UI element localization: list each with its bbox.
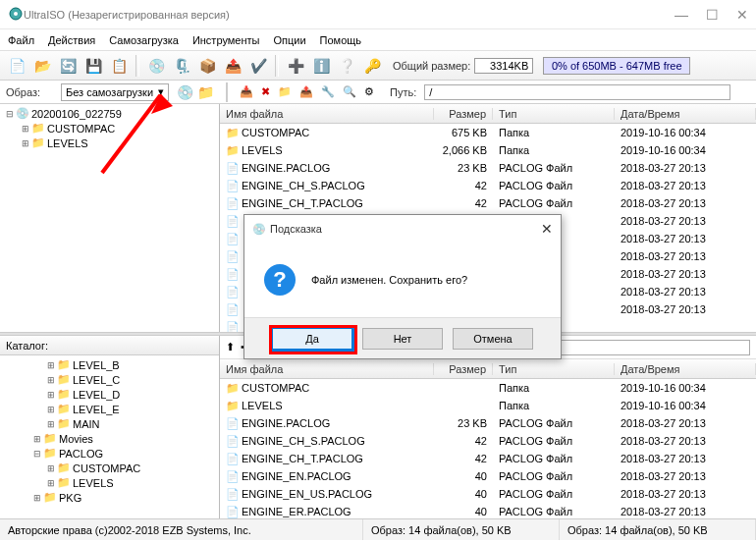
info-button[interactable]: ℹ️ [310,55,332,77]
file-name: ENGINE_EN_US.PACLOG [242,488,372,500]
expand-icon[interactable]: ⊞ [47,390,55,400]
dialog-yes-button[interactable]: Да [272,328,352,350]
list-row[interactable]: 📄ENGINE_EN_US.PACLOG40PACLOG Файл2018-03… [220,485,756,503]
open-button[interactable]: 📂 [31,55,53,77]
settings-icon[interactable]: ⚙ [364,85,374,98]
new-button[interactable]: 📄 [6,55,27,77]
expand-icon[interactable]: ⊞ [47,405,55,414]
menu-options[interactable]: Опции [273,34,305,46]
new-folder-icon[interactable]: 📁 [278,85,292,98]
tree-item[interactable]: ⊞📁LEVEL_E [2,402,217,416]
list-row[interactable]: 📄ENGINE.PACLOG23 KBPACLOG Файл2018-03-27… [220,159,756,177]
list-row[interactable]: 📄ENGINE_CH_T.PACLOG42PACLOG Файл2018-03-… [220,194,756,212]
local-tree[interactable]: ⊞📁LEVEL_B⊞📁LEVEL_C⊞📁LEVEL_D⊞📁LEVEL_E⊞📁MA… [0,355,219,518]
list-row[interactable]: 📄ENGINE_CH_S.PACLOG42PACLOG Файл2018-03-… [220,177,756,194]
expand-icon[interactable]: ⊟ [33,449,41,459]
file-date: 2018-03-27 20:13 [615,286,756,298]
tree-item[interactable]: ⊞📁LEVEL_D [2,387,217,402]
expand-icon[interactable]: ⊞ [33,493,41,503]
checksum-button[interactable]: ✔️ [247,55,269,77]
view-icon[interactable]: 🔍 [343,85,356,98]
burn-button[interactable]: 💿 [145,55,167,77]
tree-item[interactable]: ⊞📁CUSTOMPAC [2,121,217,136]
expand-icon[interactable]: ⊞ [22,138,29,148]
expand-icon[interactable]: ⊞ [47,375,55,385]
list-row[interactable]: 📄ENGINE.PACLOG23 KBPACLOG Файл2018-03-27… [220,414,756,432]
tree-item[interactable]: ⊞📁Movies [2,431,217,446]
total-size-value[interactable] [474,58,533,74]
tree-label: LEVELS [47,137,88,149]
expand-icon[interactable]: ⊞ [47,360,55,370]
compress-button[interactable]: 📦 [196,55,218,77]
save-prompt-dialog: 💿 Подсказка ✕ ? Файл изменен. Сохранить … [243,214,562,359]
reload-button[interactable]: 🔄 [57,55,79,77]
boot-type-dropdown[interactable]: Без самозагрузки ▾ [61,83,169,101]
maximize-button[interactable]: ☐ [706,7,719,23]
col-date[interactable]: Дата/Время [615,108,756,120]
col-size[interactable]: Размер [434,108,493,120]
list-row[interactable]: 📁CUSTOMPAC675 KBПапка2019-10-16 00:34 [220,124,756,141]
add-button[interactable]: ➕ [285,55,306,77]
file-icon: 📄 [226,250,240,262]
tree-item[interactable]: ⊟📁PACLOG [2,446,217,461]
tree-item[interactable]: ⊞📁PKG [2,490,217,505]
dialog-cancel-button[interactable]: Отмена [453,328,533,350]
col-name[interactable]: Имя файла [220,108,434,120]
file-size: 42 [434,180,493,191]
close-button[interactable]: ✕ [736,7,748,23]
image-tree[interactable]: ⊟💿20200106_022759⊞📁CUSTOMPAC⊞📁LEVELS [0,104,220,332]
expand-icon[interactable]: ⊞ [47,419,55,429]
expand-icon[interactable]: ⊞ [47,463,55,473]
expand-icon[interactable]: ⊞ [33,434,41,444]
up-icon[interactable]: ⬆ [226,341,235,353]
minimize-button[interactable]: — [675,7,688,23]
tree-item[interactable]: ⊞📁LEVEL_C [2,372,217,387]
mount-button[interactable]: 🗜️ [171,55,192,77]
capacity-bar[interactable]: 0% of 650MB - 647MB free [543,57,690,75]
folder-icon[interactable]: 📁 [197,84,214,100]
save-button[interactable]: 💾 [82,55,104,77]
tree-item[interactable]: ⊞📁LEVEL_B [2,357,217,372]
list-row[interactable]: 📄ENGINE_ER.PACLOG40PACLOG Файл2018-03-27… [220,503,756,518]
col-date[interactable]: Дата/Время [615,363,756,375]
menu-actions[interactable]: Действия [48,34,95,46]
tree-item[interactable]: ⊞📁CUSTOMPAC [2,461,217,475]
dialog-no-button[interactable]: Нет [362,328,443,350]
extract-icon[interactable]: 📤 [299,85,313,98]
list-row[interactable]: 📁LEVELSПапка2019-10-16 00:34 [220,397,756,414]
expand-icon[interactable]: ⊟ [6,109,14,119]
help-button[interactable]: ❔ [336,55,357,77]
menu-tools[interactable]: Инструменты [192,34,260,46]
menu-file[interactable]: Файл [8,34,34,46]
list-row[interactable]: 📁CUSTOMPACПапка2019-10-16 00:34 [220,379,756,397]
extract-button[interactable]: 📤 [222,55,243,77]
remove-icon[interactable]: ✖ [261,85,270,98]
expand-icon[interactable]: ⊞ [47,478,55,488]
dialog-close-button[interactable]: ✕ [541,221,553,237]
list-header-bottom[interactable]: Имя файла Размер Тип Дата/Время [220,359,756,379]
col-size[interactable]: Размер [434,363,493,375]
list-header[interactable]: Имя файла Размер Тип Дата/Время [220,104,756,124]
register-button[interactable]: 🔑 [361,55,383,77]
path-input[interactable] [424,84,730,100]
col-name[interactable]: Имя файла [220,363,434,375]
disc-icon[interactable]: 💿 [177,84,193,100]
col-type[interactable]: Тип [493,108,615,120]
tree-item[interactable]: ⊞📁LEVELS [2,136,217,150]
properties-icon[interactable]: 🔧 [321,85,335,98]
chevron-down-icon: ▾ [158,85,164,98]
local-file-list[interactable]: Имя файла Размер Тип Дата/Время 📁CUSTOMP… [220,359,756,518]
add-files-icon[interactable]: 📥 [240,85,253,98]
expand-icon[interactable]: ⊞ [22,124,29,134]
saveas-button[interactable]: 📋 [108,55,130,77]
list-row[interactable]: 📄ENGINE_CH_T.PACLOG42PACLOG Файл2018-03-… [220,450,756,467]
list-row[interactable]: 📄ENGINE_EN.PACLOG40PACLOG Файл2018-03-27… [220,467,756,485]
menu-bootable[interactable]: Самозагрузка [109,34,179,46]
menu-help[interactable]: Помощь [320,34,362,46]
col-type[interactable]: Тип [493,363,615,375]
tree-item[interactable]: ⊞📁LEVELS [2,475,217,490]
list-row[interactable]: 📁LEVELS2,066 KBПапка2019-10-16 00:34 [220,141,756,159]
tree-item[interactable]: ⊞📁MAIN [2,416,217,431]
tree-item[interactable]: ⊟💿20200106_022759 [2,106,217,121]
list-row[interactable]: 📄ENGINE_CH_S.PACLOG42PACLOG Файл2018-03-… [220,432,756,450]
